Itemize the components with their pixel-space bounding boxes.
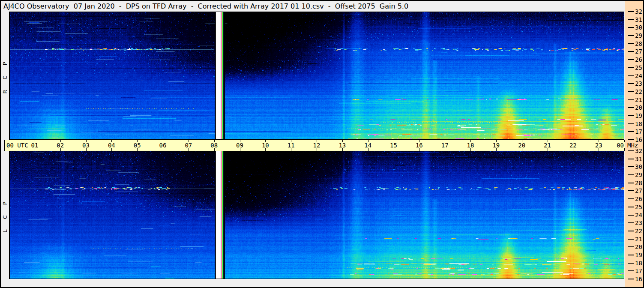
time-tick-mark xyxy=(163,140,163,142)
freq-tick-mark xyxy=(628,150,634,151)
time-tick-label: 07 xyxy=(185,142,192,149)
time-tick-label: 02 xyxy=(57,142,64,149)
freq-tick-label: 18 xyxy=(635,121,644,127)
time-tick-mark xyxy=(86,140,87,142)
time-tick-mark xyxy=(137,140,138,142)
time-tick-mark xyxy=(419,148,419,151)
time-tick-mark xyxy=(342,140,343,142)
time-tick-mark xyxy=(470,148,471,151)
time-tick-mark xyxy=(394,140,394,142)
time-tick-mark xyxy=(265,140,266,142)
time-tick-mark xyxy=(419,140,419,142)
time-tick-mark xyxy=(496,140,497,142)
freq-tick-label: 16 xyxy=(635,137,644,143)
time-tick-mark xyxy=(35,148,35,151)
time-tick-label: 11 xyxy=(288,142,295,149)
freq-tick-mark xyxy=(628,198,634,199)
time-tick-label: 03 xyxy=(82,142,90,149)
freq-tick-mark xyxy=(628,174,634,175)
freq-tick-mark xyxy=(628,11,634,12)
freq-tick-label: 30 xyxy=(635,24,644,30)
time-tick-label: 09 xyxy=(236,142,243,149)
time-tick-mark xyxy=(573,148,573,151)
freq-tick-label: 22 xyxy=(635,228,644,234)
time-tick-label: 20 xyxy=(518,142,525,149)
rcp-polarization-label: R C P xyxy=(2,57,8,93)
freq-tick-label: 27 xyxy=(635,188,644,194)
time-tick-mark xyxy=(548,148,548,151)
freq-tick-label: 18 xyxy=(635,260,644,266)
time-tick-label: 23 xyxy=(595,142,602,149)
freq-tick-mark xyxy=(628,231,634,231)
time-tick-mark xyxy=(522,148,522,151)
freq-tick-label: 29 xyxy=(635,33,644,39)
freq-tick-mark xyxy=(628,59,634,60)
time-tick-mark xyxy=(86,148,87,151)
freq-tick-mark xyxy=(628,19,634,20)
freq-tick-label: 17 xyxy=(635,129,644,135)
freq-tick-mark xyxy=(628,139,634,140)
time-tick-mark xyxy=(548,140,548,142)
dps-window: AJ4CO Observatory 07 Jan 2020 - DPS on T… xyxy=(0,0,644,288)
time-tick-mark xyxy=(496,148,497,151)
freq-tick-label: 31 xyxy=(635,156,644,162)
freq-tick-label: 21 xyxy=(635,236,644,242)
time-tick-label: 15 xyxy=(390,142,397,149)
freq-tick-label: 25 xyxy=(635,204,644,210)
freq-tick-label: 32 xyxy=(635,9,644,15)
time-tick-mark xyxy=(445,148,445,151)
freq-tick-label: 19 xyxy=(635,252,644,258)
freq-tick-label: 32 xyxy=(635,148,644,154)
time-tick-mark xyxy=(470,140,471,142)
time-tick-mark xyxy=(342,148,343,151)
time-tick-label: 18 xyxy=(467,142,474,149)
time-tick-label: 05 xyxy=(134,142,141,149)
time-tick-label: 16 xyxy=(416,142,423,149)
freq-tick-mark xyxy=(628,43,634,44)
time-tick-mark xyxy=(60,148,61,151)
time-tick-label: 06 xyxy=(159,142,167,149)
time-tick-label: 22 xyxy=(569,142,577,149)
freq-tick-mark xyxy=(628,255,634,255)
time-axis: 00 UTC 00 010203040506070809101112131415… xyxy=(4,140,625,151)
freq-tick-mark xyxy=(628,35,634,36)
time-tick-label: 08 xyxy=(210,142,218,149)
time-tick-mark xyxy=(60,140,61,142)
time-tick-mark xyxy=(522,140,522,142)
freq-tick-label: 19 xyxy=(635,113,644,119)
freq-tick-label: 23 xyxy=(635,220,644,226)
time-tick-mark xyxy=(317,148,317,151)
freq-tick-mark xyxy=(628,27,634,28)
freq-tick-mark xyxy=(628,279,634,279)
freq-tick-label: 26 xyxy=(635,196,644,202)
freq-tick-label: 29 xyxy=(635,172,644,178)
freq-tick-label: 16 xyxy=(635,276,644,282)
freq-tick-mark xyxy=(628,270,634,271)
freq-tick-mark xyxy=(628,83,634,84)
time-tick-label: 12 xyxy=(313,142,321,149)
freq-tick-mark xyxy=(628,91,634,92)
time-tick-mark xyxy=(240,148,240,151)
time-tick-label: 14 xyxy=(364,142,371,149)
freq-tick-mark xyxy=(628,99,634,100)
freq-tick-label: 31 xyxy=(635,17,644,23)
time-axis-start-label: 00 UTC xyxy=(6,142,28,149)
freq-tick-mark xyxy=(628,239,634,240)
time-tick-label: 10 xyxy=(262,142,269,149)
freq-tick-label: 25 xyxy=(635,65,644,71)
time-tick-mark xyxy=(111,148,112,151)
time-tick-label: 19 xyxy=(492,142,500,149)
freq-tick-label: 26 xyxy=(635,57,644,63)
freq-tick-mark xyxy=(628,123,634,124)
time-tick-mark xyxy=(368,140,368,142)
time-tick-label: 17 xyxy=(441,142,449,149)
time-tick-mark xyxy=(394,148,394,151)
freq-tick-label: 17 xyxy=(635,268,644,274)
freq-tick-mark xyxy=(628,166,634,167)
time-tick-mark xyxy=(111,140,112,142)
rcp-spectrogram xyxy=(9,12,624,140)
time-tick-mark xyxy=(189,140,189,142)
freq-tick-label: 24 xyxy=(635,73,644,79)
frequency-axis: MHz 323130292827262524232221201918171632… xyxy=(625,1,644,287)
freq-tick-mark xyxy=(628,159,634,159)
